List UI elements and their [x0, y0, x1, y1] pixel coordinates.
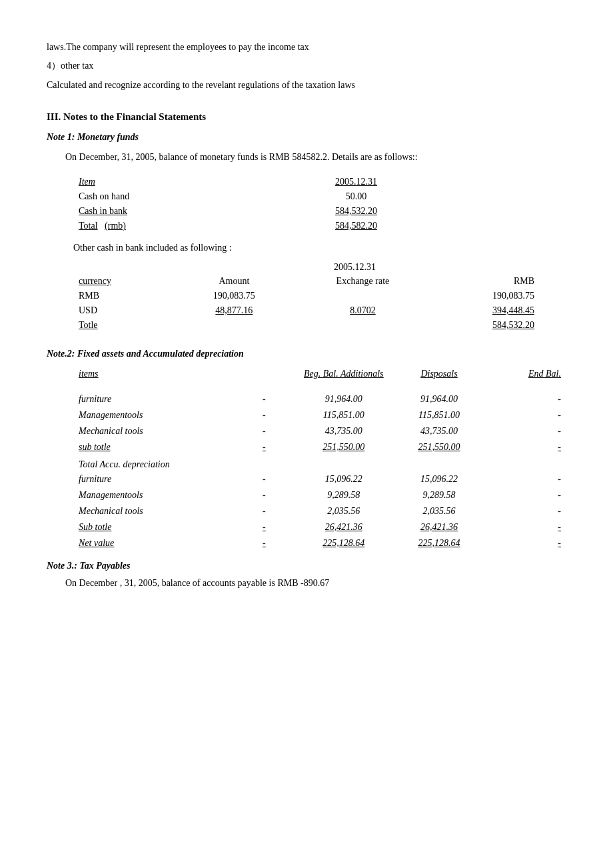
fa-add-furniture: 91,964.00 — [296, 391, 391, 407]
fa-item-subtotle: sub totle — [73, 439, 233, 455]
note1-paragraph: On December, 31, 2005, balance of moneta… — [47, 149, 566, 165]
fa-beg-furniture: - — [233, 391, 296, 407]
currency-rmb-label: RMB — [73, 289, 170, 303]
fa-end-mech-dep: - — [487, 503, 566, 519]
fa-add-net-value: 225,128.64 — [296, 535, 391, 551]
fa-col-dis: Disposals — [391, 366, 486, 385]
currency-table: 2005.12.31 currency Amount Exchange rate… — [73, 260, 540, 333]
fa-end-mgmt-dep: - — [487, 487, 566, 503]
fa-dis-managementools: 115,851.00 — [391, 407, 486, 423]
currency-totle-amount — [170, 318, 299, 333]
fa-add-mechanical: 43,735.00 — [296, 423, 391, 439]
mf-val-total: 584,582.20 — [207, 219, 506, 233]
currency-row-usd: USD 48,877.16 8.0702 394,448.45 — [73, 303, 540, 318]
intro-line3: Calculated and recognize according to th… — [47, 78, 566, 93]
fa-add-mech-dep: 2,035.56 — [296, 503, 391, 519]
fa-item-net-value: Net value — [73, 535, 233, 551]
currency-rmb-exrate — [299, 289, 427, 303]
section3-heading: III. Notes to the Financial Statements — [47, 111, 566, 123]
fa-end-managementools: - — [487, 407, 566, 423]
currency-header-date: 2005.12.31 — [73, 260, 540, 274]
currency-usd-rmb: 394,448.45 — [427, 303, 540, 318]
fa-dis-furniture: 91,964.00 — [391, 391, 486, 407]
mf-val-cash-hand: 50.00 — [207, 189, 506, 204]
fa-beg-furn-dep: - — [233, 471, 296, 487]
currency-header-cols: currency Amount Exchange rate RMB — [73, 274, 540, 289]
currency-usd-label: USD — [73, 303, 170, 318]
note3-text: On December , 31, 2005, balance of accou… — [65, 578, 566, 589]
note3-heading: Note 3.: Tax Payables — [47, 561, 566, 571]
fa-row-furniture: furniture - 91,964.00 91,964.00 - — [73, 391, 566, 407]
fa-end-sub-totle-dep: - — [487, 519, 566, 535]
fa-dis-subtotle: 251,550.00 — [391, 439, 486, 455]
fa-add-subtotle: 251,550.00 — [296, 439, 391, 455]
fa-beg-sub-totle-dep: - — [233, 519, 296, 535]
fa-col-add: Beg. Bal. Additionals — [296, 366, 391, 385]
fa-beg-mechanical: - — [233, 423, 296, 439]
mf-row-cash-hand: Cash on hand 50.00 — [73, 189, 566, 204]
currency-totle-rmb: 584,532.20 — [427, 318, 540, 333]
currency-rmb-amount: 190,083.75 — [170, 289, 299, 303]
fa-add-furn-dep: 15,096.22 — [296, 471, 391, 487]
fa-row-mech-dep: Mechanical tools - 2,035.56 2,035.56 - — [73, 503, 566, 519]
fa-end-furniture: - — [487, 391, 566, 407]
currency-label-cell: currency — [73, 274, 170, 289]
fa-beg-subtotle: - — [233, 439, 296, 455]
intro-text-1: laws.The company will represent the empl… — [47, 42, 309, 52]
fa-add-sub-totle-dep: 26,421.36 — [296, 519, 391, 535]
fa-beg-mech-dep: - — [233, 503, 296, 519]
fa-beg-net-value: - — [233, 535, 296, 551]
fa-row-net-value: Net value - 225,128.64 225,128.64 - — [73, 535, 566, 551]
fa-item-managementools: Managementools — [73, 407, 233, 423]
mf-col-item: Item — [73, 175, 207, 189]
fa-row-mechanical: Mechanical tools - 43,735.00 43,735.00 - — [73, 423, 566, 439]
fa-add-mgmt-dep: 9,289.58 — [296, 487, 391, 503]
currency-usd-amount: 48,877.16 — [170, 303, 299, 318]
currency-row-totle: Totle 584,532.20 — [73, 318, 540, 333]
fa-col-end: End Bal. — [487, 366, 566, 385]
fa-item-mechanical: Mechanical tools — [73, 423, 233, 439]
currency-row-rmb: RMB 190,083.75 190,083.75 — [73, 289, 540, 303]
fa-row-furn-dep: furniture - 15,096.22 15,096.22 - — [73, 471, 566, 487]
monetary-funds-table: Item 2005.12.31 Cash on hand 50.00 Cash … — [73, 175, 566, 233]
mf-val-cash-bank: 584,532.20 — [207, 204, 506, 219]
fa-end-subtotle: - — [487, 439, 566, 455]
mf-item-cash-bank: Cash in bank — [73, 204, 207, 219]
currency-section: 2005.12.31 currency Amount Exchange rate… — [73, 260, 566, 333]
mf-row-total: Total (rmb) 584,582.20 — [73, 219, 566, 233]
currency-totle-label: Totle — [73, 318, 170, 333]
fa-item-furn-dep: furniture — [73, 471, 233, 487]
mf-col-date: 2005.12.31 — [207, 175, 506, 189]
fa-dis-sub-totle-dep: 26,421.36 — [391, 519, 486, 535]
fa-end-mechanical: - — [487, 423, 566, 439]
fa-row-sub-totle-dep: Sub totle - 26,421.36 26,421.36 - — [73, 519, 566, 535]
fa-end-net-value: - — [487, 535, 566, 551]
currency-rmb-header: RMB — [427, 274, 540, 289]
fa-row-mgmt-dep: Managementools - 9,289.58 9,289.58 - — [73, 487, 566, 503]
fixed-assets-table: items Beg. Bal. Additionals Disposals En… — [73, 366, 566, 551]
currency-col-label — [73, 260, 170, 274]
fa-col-items: items — [73, 366, 233, 385]
fa-dis-mechanical: 43,735.00 — [391, 423, 486, 439]
fa-col-beg — [233, 366, 296, 385]
mf-row-cash-bank: Cash in bank 584,532.20 — [73, 204, 566, 219]
intro-text-2: 4）other tax — [47, 61, 93, 71]
fa-header-row: items Beg. Bal. Additionals Disposals En… — [73, 366, 566, 385]
intro-text-3: Calculated and recognize according to th… — [47, 80, 355, 90]
fa-dis-net-value: 225,128.64 — [391, 535, 486, 551]
fa-add-managementools: 115,851.00 — [296, 407, 391, 423]
currency-rmb-rmb: 190,083.75 — [427, 289, 540, 303]
fa-item-sub-totle-dep: Sub totle — [73, 519, 233, 535]
fa-beg-mgmt-dep: - — [233, 487, 296, 503]
fa-dis-mech-dep: 2,035.56 — [391, 503, 486, 519]
intro-line2: 4）other tax — [47, 59, 566, 73]
note1-heading: Note 1: Monetary funds — [47, 132, 566, 143]
fa-item-furniture: furniture — [73, 391, 233, 407]
fa-row-managementools: Managementools - 115,851.00 115,851.00 - — [73, 407, 566, 423]
fa-row-total-accu-label: Total Accu. depreciation — [73, 455, 566, 471]
mf-header-row: Item 2005.12.31 — [73, 175, 566, 189]
currency-exrate-header: Exchange rate — [299, 274, 427, 289]
currency-amount-header: Amount — [170, 274, 299, 289]
note2-heading: Note.2: Fixed assets and Accumulated dep… — [47, 349, 566, 359]
fa-total-accu-label: Total Accu. depreciation — [73, 455, 566, 471]
